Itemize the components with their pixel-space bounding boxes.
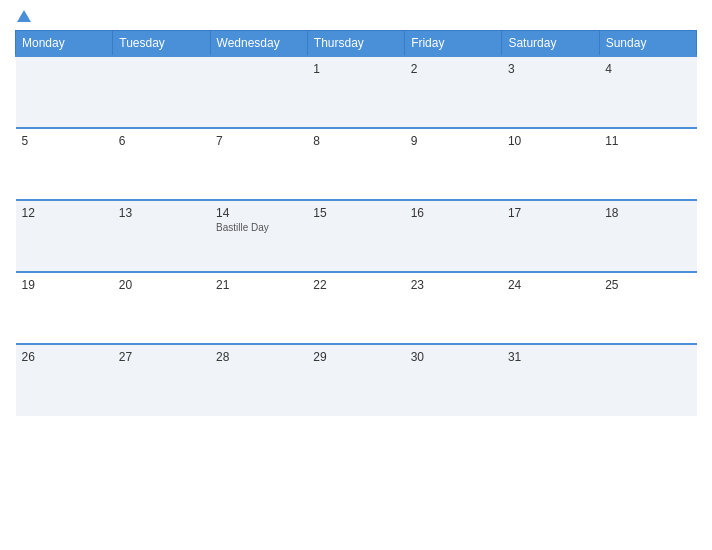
calendar-cell: 16 <box>405 200 502 272</box>
day-number: 23 <box>411 278 496 292</box>
day-number: 12 <box>22 206 107 220</box>
calendar-cell: 30 <box>405 344 502 416</box>
logo <box>15 10 31 22</box>
weekday-header-friday: Friday <box>405 31 502 57</box>
day-number: 5 <box>22 134 107 148</box>
calendar-cell: 15 <box>307 200 404 272</box>
day-number: 4 <box>605 62 690 76</box>
calendar-cell: 9 <box>405 128 502 200</box>
weekday-header-sunday: Sunday <box>599 31 696 57</box>
day-number: 22 <box>313 278 398 292</box>
calendar-cell <box>113 56 210 128</box>
weekday-header-row: MondayTuesdayWednesdayThursdayFridaySatu… <box>16 31 697 57</box>
calendar-cell: 28 <box>210 344 307 416</box>
day-number: 7 <box>216 134 301 148</box>
day-number: 28 <box>216 350 301 364</box>
calendar-cell: 22 <box>307 272 404 344</box>
day-number: 3 <box>508 62 593 76</box>
day-number: 10 <box>508 134 593 148</box>
calendar-cell: 21 <box>210 272 307 344</box>
calendar-cell: 4 <box>599 56 696 128</box>
day-number: 13 <box>119 206 204 220</box>
week-row-0: 1234 <box>16 56 697 128</box>
day-number: 30 <box>411 350 496 364</box>
calendar-cell: 7 <box>210 128 307 200</box>
day-number: 25 <box>605 278 690 292</box>
day-number: 17 <box>508 206 593 220</box>
calendar-wrapper: MondayTuesdayWednesdayThursdayFridaySatu… <box>0 0 712 550</box>
day-number: 14 <box>216 206 301 220</box>
calendar-cell: 25 <box>599 272 696 344</box>
calendar-cell: 29 <box>307 344 404 416</box>
calendar-cell: 27 <box>113 344 210 416</box>
day-number: 15 <box>313 206 398 220</box>
day-number: 29 <box>313 350 398 364</box>
calendar-header <box>15 10 697 22</box>
day-number: 24 <box>508 278 593 292</box>
weekday-header-saturday: Saturday <box>502 31 599 57</box>
calendar-cell <box>210 56 307 128</box>
day-number: 27 <box>119 350 204 364</box>
logo-triangle-icon <box>17 10 31 22</box>
day-number: 2 <box>411 62 496 76</box>
day-number: 8 <box>313 134 398 148</box>
week-row-2: 121314Bastille Day15161718 <box>16 200 697 272</box>
calendar-cell: 12 <box>16 200 113 272</box>
weekday-header-wednesday: Wednesday <box>210 31 307 57</box>
calendar-cell: 19 <box>16 272 113 344</box>
calendar-cell: 17 <box>502 200 599 272</box>
day-number: 26 <box>22 350 107 364</box>
calendar-cell <box>599 344 696 416</box>
calendar-cell: 6 <box>113 128 210 200</box>
week-row-1: 567891011 <box>16 128 697 200</box>
calendar-cell: 13 <box>113 200 210 272</box>
calendar-cell: 18 <box>599 200 696 272</box>
calendar-cell: 20 <box>113 272 210 344</box>
day-number: 20 <box>119 278 204 292</box>
calendar-cell: 14Bastille Day <box>210 200 307 272</box>
weekday-header-thursday: Thursday <box>307 31 404 57</box>
weekday-header-tuesday: Tuesday <box>113 31 210 57</box>
week-row-3: 19202122232425 <box>16 272 697 344</box>
calendar-cell: 1 <box>307 56 404 128</box>
week-row-4: 262728293031 <box>16 344 697 416</box>
calendar-cell: 5 <box>16 128 113 200</box>
weekday-header-monday: Monday <box>16 31 113 57</box>
calendar-cell: 26 <box>16 344 113 416</box>
day-number: 6 <box>119 134 204 148</box>
calendar-cell: 8 <box>307 128 404 200</box>
calendar-grid: MondayTuesdayWednesdayThursdayFridaySatu… <box>15 30 697 416</box>
day-number: 9 <box>411 134 496 148</box>
day-number: 18 <box>605 206 690 220</box>
day-number: 31 <box>508 350 593 364</box>
calendar-cell <box>16 56 113 128</box>
calendar-cell: 3 <box>502 56 599 128</box>
day-number: 21 <box>216 278 301 292</box>
calendar-cell: 23 <box>405 272 502 344</box>
day-number: 11 <box>605 134 690 148</box>
day-number: 19 <box>22 278 107 292</box>
day-number: 16 <box>411 206 496 220</box>
day-number: 1 <box>313 62 398 76</box>
calendar-cell: 11 <box>599 128 696 200</box>
calendar-cell: 31 <box>502 344 599 416</box>
day-event: Bastille Day <box>216 222 301 233</box>
calendar-cell: 24 <box>502 272 599 344</box>
calendar-cell: 2 <box>405 56 502 128</box>
calendar-cell: 10 <box>502 128 599 200</box>
